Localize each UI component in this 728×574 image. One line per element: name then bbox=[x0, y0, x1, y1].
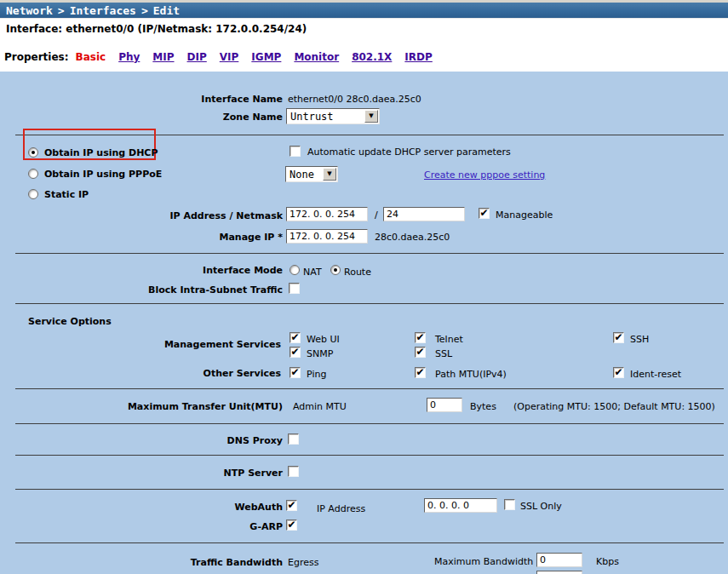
tab-monitor[interactable]: Monitor bbox=[294, 51, 339, 63]
garp-checkbox[interactable] bbox=[286, 519, 297, 531]
tab-basic[interactable]: Basic bbox=[76, 51, 106, 63]
admin-mtu-label: Admin MTU bbox=[293, 401, 347, 412]
ntp-server-label: NTP Server bbox=[0, 468, 283, 479]
obtain-ip-dhcp-radio[interactable] bbox=[28, 147, 38, 158]
breadcrumb-separator: > bbox=[141, 4, 148, 17]
ident-reset-label[interactable]: Ident-reset bbox=[630, 369, 681, 380]
separator-line bbox=[15, 253, 724, 254]
garp-label: G-ARP bbox=[0, 521, 283, 532]
static-ip-radio[interactable] bbox=[28, 189, 38, 199]
ssl-checkbox[interactable] bbox=[415, 347, 426, 358]
mtu-label: Maximum Transfer Unit(MTU) bbox=[0, 401, 283, 412]
tab-8021x[interactable]: 802.1X bbox=[352, 51, 392, 63]
auto-update-dhcp-checkbox[interactable] bbox=[289, 146, 301, 157]
webauth-ip-label: IP Address bbox=[317, 503, 365, 514]
obtain-ip-pppoe-radio[interactable] bbox=[28, 169, 38, 179]
ping-checkbox[interactable] bbox=[289, 367, 301, 378]
zone-name-select[interactable]: Untrust ▼ bbox=[286, 108, 380, 124]
ping-label[interactable]: Ping bbox=[307, 369, 326, 380]
ssl-only-checkbox[interactable] bbox=[504, 499, 515, 510]
properties-label: Properties: bbox=[4, 51, 69, 63]
max-bandwidth-input[interactable] bbox=[536, 553, 582, 567]
block-intra-checkbox[interactable] bbox=[289, 283, 300, 294]
snmp-checkbox[interactable] bbox=[289, 347, 301, 358]
tab-igmp[interactable]: IGMP bbox=[251, 51, 281, 63]
block-intra-label: Block Intra-Subnet Traffic bbox=[0, 284, 283, 296]
ident-reset-checkbox[interactable] bbox=[613, 367, 624, 378]
webui-label[interactable]: Web UI bbox=[307, 334, 340, 345]
breadcrumb-item-network[interactable]: Network bbox=[6, 4, 53, 17]
tab-phy[interactable]: Phy bbox=[118, 51, 140, 63]
service-options-title: Service Options bbox=[28, 316, 112, 327]
static-ip-label[interactable]: Static IP bbox=[44, 189, 89, 200]
ssl-label[interactable]: SSL bbox=[435, 348, 452, 359]
ssl-only-label[interactable]: SSL Only bbox=[520, 501, 562, 512]
mtu-note: (Operating MTU: 1500; Default MTU: 1500) bbox=[513, 401, 715, 412]
separator-line bbox=[15, 423, 724, 424]
tab-dip[interactable]: DIP bbox=[187, 51, 207, 63]
ip-netmask-label: IP Address / Netmask bbox=[0, 210, 283, 221]
management-services-label: Management Services bbox=[0, 339, 281, 350]
mtu-unit-label: Bytes bbox=[470, 401, 496, 412]
obtain-ip-pppoe-label[interactable]: Obtain IP using PPPoE bbox=[44, 169, 162, 180]
create-pppoe-link[interactable]: Create new pppoe setting bbox=[424, 169, 545, 181]
chevron-down-icon[interactable]: ▼ bbox=[323, 168, 336, 181]
separator-line bbox=[15, 455, 724, 456]
interface-mode-label: Interface Mode bbox=[0, 265, 283, 276]
pppoe-profile-selected-value: None bbox=[289, 169, 314, 181]
dns-proxy-checkbox[interactable] bbox=[288, 433, 299, 445]
admin-mtu-input[interactable] bbox=[427, 398, 462, 412]
path-mtu-label[interactable]: Path MTU(IPv4) bbox=[435, 369, 507, 380]
ip-netmask-slash: / bbox=[375, 210, 378, 221]
breadcrumb-separator: > bbox=[58, 4, 65, 17]
breadcrumb-item-interfaces[interactable]: Interfaces bbox=[70, 4, 136, 17]
separator-line bbox=[15, 542, 724, 543]
manage-ip-mac: 28c0.daea.25c0 bbox=[375, 232, 450, 243]
zone-name-selected-value: Untrust bbox=[290, 111, 334, 123]
mode-nat-radio[interactable] bbox=[289, 265, 300, 275]
auto-update-dhcp-label[interactable]: Automatic update DHCP server parameters bbox=[307, 146, 511, 158]
webauth-checkbox[interactable] bbox=[286, 500, 297, 511]
traffic-bandwidth-label: Traffic Bandwidth bbox=[0, 557, 283, 568]
pppoe-profile-select[interactable]: None ▼ bbox=[285, 166, 338, 182]
tab-mip[interactable]: MIP bbox=[152, 51, 174, 63]
separator-line bbox=[15, 303, 724, 304]
manage-ip-label: Manage IP * bbox=[0, 232, 283, 243]
form-panel: Interface Name ethernet0/0 28c0.daea.25c… bbox=[0, 72, 728, 574]
manageable-checkbox[interactable] bbox=[479, 208, 490, 219]
breadcrumb-item-edit[interactable]: Edit bbox=[153, 4, 180, 17]
ntp-server-checkbox[interactable] bbox=[288, 466, 299, 477]
telnet-label[interactable]: Telnet bbox=[435, 334, 463, 345]
tab-irdp[interactable]: IRDP bbox=[404, 51, 432, 63]
path-mtu-checkbox[interactable] bbox=[415, 367, 426, 378]
manageable-label[interactable]: Manageable bbox=[496, 210, 553, 221]
kbps-label: Kbps bbox=[596, 556, 619, 567]
ssh-label[interactable]: SSH bbox=[630, 334, 649, 345]
ip-address-input[interactable] bbox=[286, 207, 368, 221]
netmask-input[interactable] bbox=[383, 207, 465, 221]
mode-nat-label[interactable]: NAT bbox=[303, 267, 322, 278]
manage-ip-input[interactable] bbox=[286, 229, 368, 244]
webauth-ip-input[interactable] bbox=[424, 498, 497, 513]
other-services-label: Other Services bbox=[0, 368, 281, 379]
webauth-label: WebAuth bbox=[0, 502, 283, 513]
page-title: Interface: ethernet0/0 (IP/Netmask: 172.… bbox=[6, 23, 307, 35]
obtain-ip-dhcp-label[interactable]: Obtain IP using DHCP bbox=[44, 147, 158, 158]
interface-name-value: ethernet0/0 28c0.daea.25c0 bbox=[288, 94, 421, 105]
breadcrumb: Network>Interfaces>Edit bbox=[0, 3, 728, 19]
dns-proxy-label: DNS Proxy bbox=[0, 435, 283, 446]
webui-checkbox[interactable] bbox=[289, 332, 301, 343]
max-bandwidth-label: Maximum Bandwidth bbox=[434, 556, 533, 567]
separator-line bbox=[15, 388, 724, 389]
telnet-checkbox[interactable] bbox=[415, 332, 426, 343]
interface-name-label: Interface Name bbox=[0, 94, 283, 105]
tab-vip[interactable]: VIP bbox=[220, 51, 239, 63]
mode-route-label[interactable]: Route bbox=[344, 267, 371, 278]
snmp-label[interactable]: SNMP bbox=[307, 348, 333, 359]
chevron-down-icon[interactable]: ▼ bbox=[364, 110, 378, 123]
zone-name-label: Zone Name bbox=[0, 112, 283, 123]
properties-nav: Properties:BasicPhyMIPDIPVIPIGMPMonitor8… bbox=[4, 51, 445, 63]
ssh-checkbox[interactable] bbox=[613, 332, 624, 343]
ingress-bandwidth-input-partial[interactable] bbox=[536, 571, 582, 574]
mode-route-radio[interactable] bbox=[330, 265, 341, 275]
